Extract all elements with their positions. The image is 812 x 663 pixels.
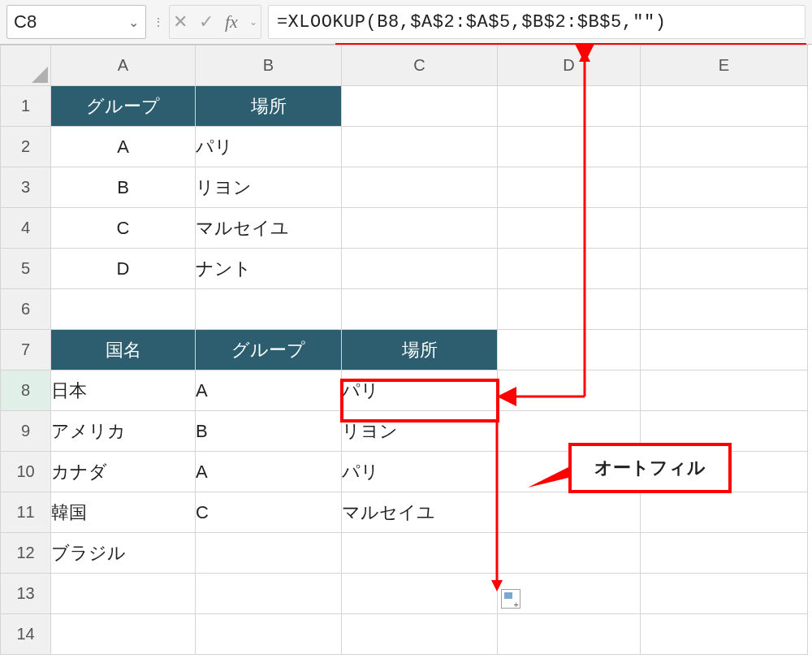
cell[interactable]: [641, 370, 808, 411]
cell[interactable]: [498, 289, 641, 330]
cell[interactable]: [51, 289, 196, 330]
cell[interactable]: [498, 208, 641, 249]
name-box-value: C8: [14, 11, 37, 32]
col-header-c[interactable]: C: [342, 46, 498, 86]
cell[interactable]: パリ: [342, 452, 498, 492]
row-header[interactable]: 7: [1, 330, 51, 370]
formula-bar: C8 ⌄ ⋮ ✕ ✓ fx ⌄ =XLOOKUP(B8,$A$2:$A$5,$B…: [0, 0, 812, 45]
cell[interactable]: アメリカ: [51, 411, 196, 452]
cell[interactable]: [498, 533, 641, 574]
col-header-b[interactable]: B: [196, 46, 342, 86]
col-header-a[interactable]: A: [51, 46, 196, 86]
cell[interactable]: マルセイユ: [342, 492, 498, 533]
cell[interactable]: [342, 208, 498, 249]
row-header[interactable]: 2: [1, 127, 51, 167]
cell[interactable]: B: [51, 167, 196, 208]
cell[interactable]: [342, 289, 498, 330]
formula-input[interactable]: =XLOOKUP(B8,$A$2:$A$5,$B$2:$B$5,""): [268, 5, 806, 39]
cell[interactable]: [641, 533, 808, 574]
cell-selected[interactable]: パリ: [342, 370, 498, 411]
cell[interactable]: 韓国: [51, 492, 196, 533]
cell[interactable]: カナダ: [51, 452, 196, 492]
cell[interactable]: A: [51, 127, 196, 167]
cell[interactable]: [641, 614, 808, 655]
row-header[interactable]: 10: [1, 452, 51, 492]
cell[interactable]: [342, 249, 498, 289]
cell[interactable]: [196, 614, 342, 655]
formula-text: =XLOOKUP(B8,$A$2:$A$5,$B$2:$B$5,""): [277, 12, 667, 32]
cell[interactable]: [196, 289, 342, 330]
cell[interactable]: [196, 574, 342, 614]
cell[interactable]: マルセイユ: [196, 208, 342, 249]
cell[interactable]: [342, 127, 498, 167]
chevron-down-icon[interactable]: ⌄: [128, 15, 139, 30]
row-header[interactable]: 1: [1, 86, 51, 127]
cell[interactable]: B: [196, 411, 342, 452]
table1-header-place[interactable]: 場所: [196, 86, 342, 127]
col-header-d[interactable]: D: [498, 46, 641, 86]
annotation-autofill-label: オートフィル: [568, 443, 732, 493]
cell[interactable]: [641, 330, 808, 370]
cell[interactable]: [641, 127, 808, 167]
cell[interactable]: [498, 127, 641, 167]
cell[interactable]: [641, 167, 808, 208]
table2-header-country[interactable]: 国名: [51, 330, 196, 370]
cell[interactable]: A: [196, 370, 342, 411]
cell[interactable]: [641, 208, 808, 249]
cell[interactable]: [196, 533, 342, 574]
cell[interactable]: [498, 370, 641, 411]
cancel-icon[interactable]: ✕: [173, 11, 188, 32]
table1-header-group[interactable]: グループ: [51, 86, 196, 127]
cell[interactable]: [498, 249, 641, 289]
cell[interactable]: C: [196, 492, 342, 533]
row-header[interactable]: 13: [1, 574, 51, 614]
cell[interactable]: ナント: [196, 249, 342, 289]
formula-bar-buttons: ✕ ✓ fx ⌄: [169, 5, 261, 39]
row-header[interactable]: 6: [1, 289, 51, 330]
cell[interactable]: リヨン: [196, 167, 342, 208]
cell[interactable]: [498, 492, 641, 533]
cell[interactable]: [51, 574, 196, 614]
cell[interactable]: [641, 574, 808, 614]
cell[interactable]: [498, 167, 641, 208]
cell[interactable]: [342, 533, 498, 574]
cell[interactable]: A: [196, 452, 342, 492]
col-header-e[interactable]: E: [641, 46, 808, 86]
cell[interactable]: パリ: [196, 127, 342, 167]
separator-dots-icon: ⋮: [153, 15, 162, 28]
cell[interactable]: リヨン: [342, 411, 498, 452]
row-header[interactable]: 12: [1, 533, 51, 574]
cell[interactable]: [641, 492, 808, 533]
cell[interactable]: [498, 614, 641, 655]
cell[interactable]: [498, 330, 641, 370]
cell[interactable]: C: [51, 208, 196, 249]
cell[interactable]: [641, 289, 808, 330]
enter-icon[interactable]: ✓: [199, 11, 214, 32]
chevron-down-icon[interactable]: ⌄: [249, 16, 257, 28]
row-header[interactable]: 4: [1, 208, 51, 249]
row-header[interactable]: 9: [1, 411, 51, 452]
name-box[interactable]: C8 ⌄: [6, 5, 146, 39]
cell[interactable]: [342, 86, 498, 127]
cell[interactable]: D: [51, 249, 196, 289]
row-header-selected[interactable]: 8: [1, 370, 51, 411]
row-header[interactable]: 11: [1, 492, 51, 533]
cell[interactable]: [641, 86, 808, 127]
cell[interactable]: [498, 86, 641, 127]
cell[interactable]: 日本: [51, 370, 196, 411]
cell[interactable]: [51, 614, 196, 655]
select-all-corner[interactable]: [1, 46, 51, 86]
table2-header-group[interactable]: グループ: [196, 330, 342, 370]
cell[interactable]: [641, 249, 808, 289]
row-header[interactable]: 5: [1, 249, 51, 289]
fx-icon[interactable]: fx: [225, 11, 238, 32]
row-header[interactable]: 3: [1, 167, 51, 208]
cell[interactable]: ブラジル: [51, 533, 196, 574]
row-header[interactable]: 14: [1, 614, 51, 655]
table2-header-place[interactable]: 場所: [342, 330, 498, 370]
cell[interactable]: [342, 167, 498, 208]
autofill-options-icon[interactable]: [501, 589, 520, 609]
spreadsheet-grid[interactable]: A B C D E 1 グループ 場所 2 A パリ 3 B リヨン 4 C マ…: [0, 45, 808, 655]
cell[interactable]: [342, 614, 498, 655]
cell[interactable]: [342, 574, 498, 614]
